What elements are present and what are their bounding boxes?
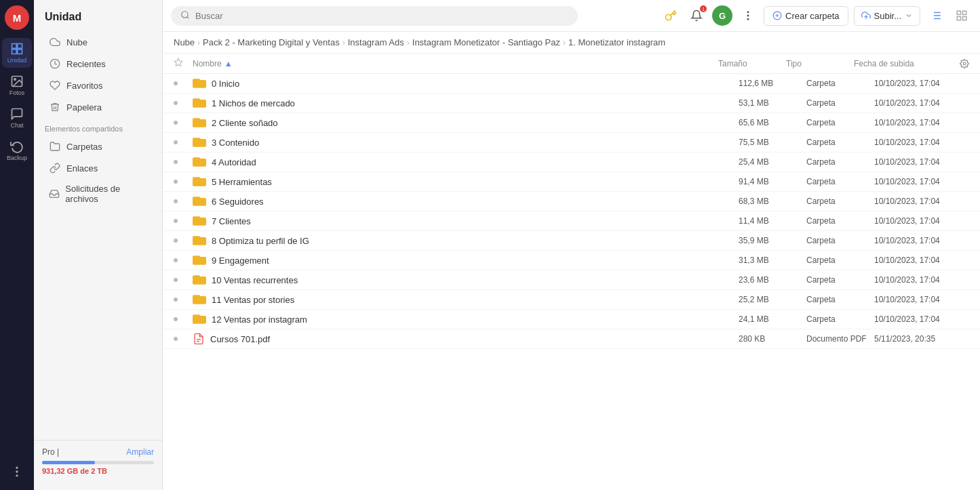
row-name-cell: 1 Nichos de mercado [193, 97, 739, 109]
sidebar-item-chat[interactable]: Chat [2, 103, 32, 133]
file-date: 10/10/2023, 17:04 [874, 314, 969, 324]
table-row[interactable]: 2 Cliente soñado 65,6 MB Carpeta 10/10/2… [163, 113, 980, 133]
sidebar-item-fotos[interactable]: Fotos [2, 70, 32, 100]
row-pin [174, 81, 193, 85]
breadcrumb-instagram-ads[interactable]: Instagram Ads [348, 37, 404, 47]
file-type: Carpeta [806, 314, 874, 324]
sidebar-carpetas-label: Carpetas [66, 142, 102, 152]
file-date: 10/10/2023, 17:04 [874, 197, 969, 206]
storage-bar-fill [42, 461, 95, 464]
svg-point-8 [16, 475, 18, 476]
file-type: Carpeta [806, 138, 874, 147]
icon-bar: M Unidad Fotos Chat Backup [0, 0, 34, 490]
table-row[interactable]: 6 Seguidores 68,3 MB Carpeta 10/10/2023,… [163, 192, 980, 211]
table-row[interactable]: 3 Contenido 75,5 MB Carpeta 10/10/2023, … [163, 133, 980, 152]
row-pin [174, 199, 193, 203]
file-icon [193, 156, 206, 168]
row-pin [174, 298, 193, 302]
svg-rect-2 [12, 49, 17, 54]
table-row[interactable]: 7 Clientes 11,4 MB Carpeta 10/10/2023, 1… [163, 211, 980, 231]
file-type: Carpeta [806, 79, 874, 88]
search-box[interactable] [171, 6, 578, 26]
sidebar-nav-recientes[interactable]: Recientes [38, 53, 158, 75]
table-row[interactable]: 0 Inicio 112,6 MB Carpeta 10/10/2023, 17… [163, 74, 980, 94]
breadcrumb-pack2[interactable]: Pack 2 - Marketing Digital y Ventas [203, 37, 340, 47]
clock-icon [49, 58, 61, 70]
sidebar-enlaces-label: Enlaces [66, 163, 98, 173]
app-logo: M [5, 5, 29, 30]
file-type: Carpeta [806, 98, 874, 108]
file-size: 65,6 MB [739, 118, 806, 127]
row-pin [174, 258, 193, 262]
file-type: Carpeta [806, 118, 874, 127]
main-content: 1 G Crear carpeta Subir... [163, 0, 980, 490]
file-name: 8 Optimiza tu perfil de IG [212, 236, 739, 246]
table-row[interactable]: 4 Autoridad 25,4 MB Carpeta 10/10/2023, … [163, 152, 980, 172]
svg-rect-1 [18, 44, 22, 49]
file-type: Carpeta [806, 295, 874, 304]
grid-view-button[interactable] [952, 5, 972, 26]
file-icon [193, 293, 206, 306]
svg-rect-25 [957, 11, 960, 14]
file-size: 24,1 MB [739, 314, 806, 324]
search-input[interactable] [195, 11, 568, 21]
sidebar-item-backup[interactable]: Backup [2, 136, 32, 165]
sidebar-title: Unidad [34, 8, 162, 31]
file-icon [193, 254, 206, 266]
file-date: 10/10/2023, 17:04 [874, 275, 969, 285]
notification-badge: 1 [700, 5, 707, 12]
sidebar-nav-nube[interactable]: Nube [38, 31, 158, 53]
breadcrumb-nube[interactable]: Nube [174, 37, 195, 47]
col-type-header: Tipo [786, 59, 854, 68]
storage-bar-bg [42, 461, 154, 464]
breadcrumb-sep-3: › [563, 38, 566, 47]
col-name-header[interactable]: Nombre ▲ [193, 59, 718, 68]
inbox-icon [49, 188, 60, 200]
table-row[interactable]: 11 Ventas por stories 25,2 MB Carpeta 10… [163, 290, 980, 310]
key-icon-button[interactable] [661, 5, 681, 26]
avatar[interactable]: G [712, 5, 732, 26]
list-view-button[interactable] [926, 5, 946, 26]
file-size: 75,5 MB [739, 138, 806, 147]
col-size-header: Tamaño [718, 59, 786, 68]
row-name-cell: 12 Ventas por instagram [193, 313, 739, 325]
sidebar-item-unidad[interactable]: Unidad [2, 38, 32, 68]
table-row[interactable]: 5 Herramientas 91,4 MB Carpeta 10/10/202… [163, 172, 980, 192]
table-row[interactable]: Cursos 701.pdf 280 KB Documento PDF 5/11… [163, 329, 980, 349]
sidebar-nav-favoritos[interactable]: Favoritos [38, 75, 158, 96]
notification-button[interactable]: 1 [686, 5, 707, 26]
table-row[interactable]: 9 Engagement 31,3 MB Carpeta 10/10/2023,… [163, 251, 980, 270]
sidebar-solicitudes[interactable]: Solicitudes de archivos [38, 179, 158, 209]
sidebar-enlaces[interactable]: Enlaces [38, 157, 158, 179]
breadcrumb-current[interactable]: 1. Monetizator instagram [568, 37, 665, 47]
more-options-icon[interactable] [7, 462, 27, 482]
row-name-cell: 8 Optimiza tu perfil de IG [193, 234, 739, 247]
icon-bar-bottom [7, 462, 27, 490]
sidebar-nav-papelera[interactable]: Papelera [38, 96, 158, 118]
table-row[interactable]: 10 Ventas recurrentes 23,6 MB Carpeta 10… [163, 270, 980, 290]
file-size: 11,4 MB [739, 216, 806, 226]
file-icon [193, 234, 206, 247]
row-name-cell: 7 Clientes [193, 215, 739, 227]
table-row[interactable]: 1 Nichos de mercado 53,1 MB Carpeta 10/1… [163, 94, 980, 113]
file-name: 0 Inicio [212, 79, 739, 89]
shared-section-title: Elementos compartidos [34, 118, 162, 136]
upload-button[interactable]: Subir... [854, 6, 920, 26]
row-name-cell: 0 Inicio [193, 77, 739, 89]
breadcrumb-monetizator[interactable]: Instagram Monetizator - Santiago Paz [412, 37, 560, 47]
file-name: 5 Herramientas [212, 177, 739, 187]
ampliar-button[interactable]: Ampliar [126, 447, 154, 457]
row-name-cell: 5 Herramientas [193, 176, 739, 188]
file-type: Carpeta [806, 177, 874, 186]
create-folder-button[interactable]: Crear carpeta [764, 6, 848, 26]
table-row[interactable]: 8 Optimiza tu perfil de IG 35,9 MB Carpe… [163, 231, 980, 251]
row-pin [174, 140, 193, 144]
sidebar-carpetas[interactable]: Carpetas [38, 136, 158, 157]
svg-rect-26 [963, 11, 966, 14]
more-menu-button[interactable] [738, 5, 758, 26]
table-row[interactable]: 12 Ventas por instagram 24,1 MB Carpeta … [163, 310, 980, 329]
create-folder-label: Crear carpeta [785, 11, 839, 21]
col-settings-header[interactable] [949, 59, 969, 68]
folders-icon [49, 140, 61, 152]
file-icon [193, 274, 206, 286]
